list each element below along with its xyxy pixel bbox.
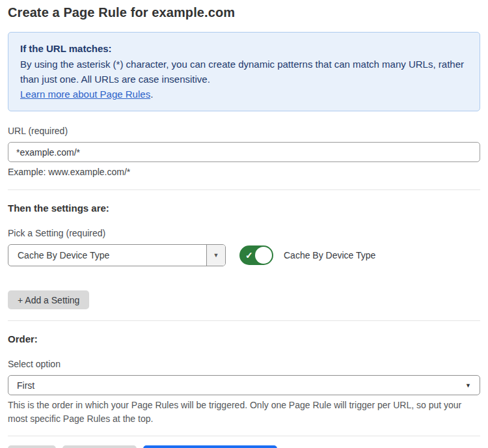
learn-more-link[interactable]: Learn more about Page Rules (20, 89, 150, 100)
save-as-draft-button[interactable]: Save as Draft (62, 445, 137, 448)
setting-select[interactable]: Cache By Device Type ▼ (8, 244, 226, 266)
toggle-knob (255, 247, 272, 264)
order-helper-text: This is the order in which your Page Rul… (8, 399, 474, 426)
add-setting-button[interactable]: + Add a Setting (8, 290, 89, 309)
chevron-down-icon[interactable]: ▼ (206, 245, 225, 266)
url-match-info-box: If the URL matches: By using the asteris… (8, 32, 480, 111)
order-section-heading: Order: (8, 333, 480, 344)
save-and-deploy-button[interactable]: Save and Deploy Page Rule (143, 445, 277, 448)
cancel-button[interactable]: Cancel (8, 445, 56, 448)
toggle-label: Cache By Device Type (284, 250, 375, 260)
url-input[interactable] (8, 142, 480, 162)
divider (8, 320, 480, 321)
link-suffix: . (150, 89, 153, 100)
settings-section-heading: Then the settings are: (8, 203, 480, 214)
order-select[interactable]: First ▼ (8, 375, 480, 395)
setting-select-value: Cache By Device Type (8, 245, 206, 266)
order-select-label: Select option (8, 359, 480, 369)
check-icon: ✓ (245, 250, 253, 260)
setting-row: Cache By Device Type ▼ ✓ Cache By Device… (8, 244, 480, 266)
cache-by-device-type-toggle[interactable]: ✓ (239, 245, 273, 265)
url-field-label: URL (required) (8, 126, 480, 136)
order-select-value: First (17, 380, 34, 391)
page-title: Create a Page Rule for example.com (8, 5, 480, 20)
info-box-body: By using the asterisk (*) character, you… (20, 57, 468, 87)
divider (8, 436, 480, 436)
info-box-link-line: Learn more about Page Rules. (20, 87, 468, 102)
info-box-heading: If the URL matches: (20, 41, 468, 56)
setting-picker-label: Pick a Setting (required) (8, 228, 480, 238)
page-rule-form: Create a Page Rule for example.com If th… (0, 0, 488, 448)
footer-buttons: Cancel Save as Draft Save and Deploy Pag… (8, 445, 480, 448)
chevron-down-icon: ▼ (465, 382, 471, 389)
divider (8, 189, 480, 190)
url-example-text: Example: www.example.com/* (8, 167, 480, 177)
